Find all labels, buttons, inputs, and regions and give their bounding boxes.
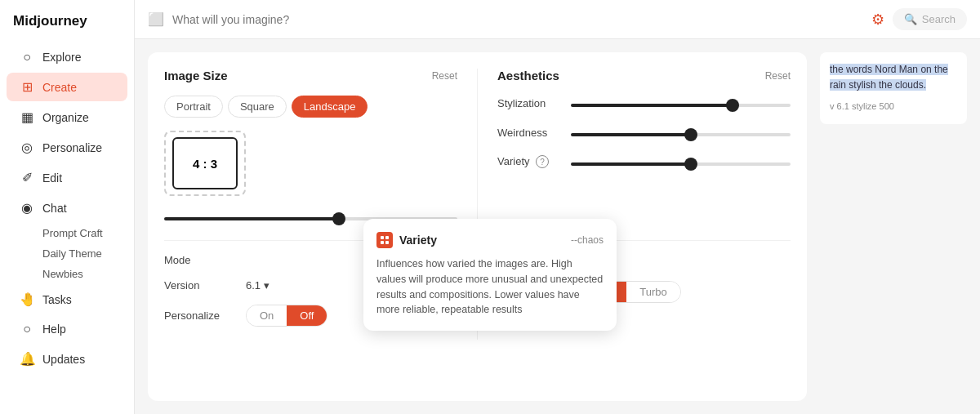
tooltip-chaos-label: --chaos	[571, 234, 604, 246]
image-size-header: Image Size Reset	[164, 69, 457, 82]
version-select[interactable]: 6.1 ▾	[246, 279, 270, 292]
aesthetics-reset[interactable]: Reset	[765, 70, 791, 82]
stylization-row: Stylization	[497, 96, 791, 110]
sidebar-item-edit[interactable]: ✐ Edit	[7, 163, 127, 192]
sidebar-item-create[interactable]: ⊞ Create	[7, 73, 127, 101]
image-size-title: Image Size	[164, 69, 228, 82]
filter-icon[interactable]: ⚙	[871, 11, 884, 29]
aesthetics-title: Aesthetics	[497, 69, 559, 82]
imagine-input[interactable]	[172, 13, 863, 26]
mode-label: Mode	[164, 254, 246, 266]
sidebar-item-label: Personalize	[42, 141, 102, 154]
sidebar-item-chat[interactable]: ◉ Chat	[7, 194, 127, 222]
sidebar-sub-daily-theme[interactable]: Daily Theme	[36, 243, 134, 264]
sidebar-item-label: Help	[42, 323, 66, 336]
aesthetics-header: Aesthetics Reset	[497, 69, 791, 82]
image-size-col: Image Size Reset Portrait Square Landsca…	[164, 69, 457, 224]
image-size-reset[interactable]: Reset	[432, 70, 457, 82]
search-label: Search	[922, 13, 956, 25]
portrait-button[interactable]: Portrait	[164, 96, 223, 118]
svg-rect-2	[385, 236, 389, 239]
variety-slider[interactable]	[571, 162, 791, 166]
speed-turbo-button[interactable]: Turbo	[626, 282, 679, 302]
topbar: ⬜ ⚙ 🔍 Search	[135, 0, 980, 39]
right-highlighted-text: the words Nord Man on the rain stylish t…	[830, 64, 948, 91]
personalize-toggle: On Off	[246, 305, 327, 327]
app-logo: Midjourney	[0, 13, 134, 42]
weirdness-slider[interactable]	[571, 133, 791, 136]
content-area: Image Size Reset Portrait Square Landsca…	[135, 39, 980, 414]
variety-label: Variety ?	[497, 155, 571, 169]
variety-row: Variety ?	[497, 154, 791, 169]
create-icon: ⊞	[20, 79, 34, 95]
version-chevron: ▾	[264, 279, 270, 292]
weirdness-row: Weirdness	[497, 125, 791, 140]
sidebar-item-label: Chat	[42, 202, 67, 215]
orientation-group: Portrait Square Landscape	[164, 96, 457, 118]
weirdness-label: Weirdness	[497, 127, 571, 139]
sidebar-item-updates[interactable]: 🔔 Updates	[7, 345, 127, 373]
tooltip-title: Variety	[399, 234, 437, 247]
variety-slider-wrap	[571, 154, 791, 169]
tasks-icon: 🤚	[20, 292, 34, 307]
sidebar-item-label: Updates	[42, 353, 85, 366]
chat-icon: ◉	[20, 200, 34, 216]
sidebar-item-explore[interactable]: ○ Explore	[7, 43, 127, 71]
ratio-value: 4 : 3	[193, 157, 217, 171]
sidebar: Midjourney ○ Explore ⊞ Create ▦ Organize…	[0, 0, 135, 414]
svg-rect-0	[381, 236, 384, 239]
sidebar-item-help[interactable]: ○ Help	[7, 315, 127, 343]
right-meta: v 6.1 stylize 500	[830, 100, 957, 114]
stylization-label: Stylization	[497, 97, 571, 109]
variety-icon-svg	[380, 235, 390, 245]
personalize-icon: ◎	[20, 140, 34, 155]
edit-icon: ✐	[20, 170, 34, 185]
right-panel: the words Nord Man on the rain stylish t…	[820, 52, 967, 401]
chat-subitems: Prompt Craft Daily Theme Newbies	[0, 223, 134, 284]
variety-help-icon[interactable]: ?	[536, 155, 549, 168]
ratio-area: 4 : 3	[164, 131, 457, 196]
tooltip-header: Variety --chaos	[376, 232, 604, 248]
personalize-on-button[interactable]: On	[247, 305, 287, 326]
sidebar-item-label: Explore	[42, 51, 81, 64]
version-label: Version	[164, 279, 246, 292]
square-button[interactable]: Square	[228, 96, 287, 118]
image-icon: ⬜	[148, 11, 164, 27]
explore-icon: ○	[20, 50, 34, 65]
sidebar-item-label: Tasks	[42, 293, 72, 306]
sidebar-item-label: Edit	[42, 171, 62, 185]
col-divider	[477, 69, 478, 224]
variety-tooltip: Variety --chaos Influences how varied th…	[363, 219, 617, 331]
search-bar[interactable]: 🔍 Search	[893, 8, 967, 30]
main-area: ⬜ ⚙ 🔍 Search Image Size Reset Portrait	[135, 0, 980, 414]
right-panel-content: the words Nord Man on the rain stylish t…	[820, 52, 967, 124]
tooltip-icon	[376, 232, 393, 248]
sidebar-item-organize[interactable]: ▦ Organize	[7, 103, 127, 131]
personalize-label: Personalize	[164, 309, 246, 322]
weirdness-slider-wrap	[571, 125, 791, 140]
version-value: 6.1	[246, 279, 261, 292]
stylization-slider[interactable]	[571, 104, 791, 107]
updates-icon: 🔔	[20, 351, 34, 367]
ratio-outer: 4 : 3	[164, 131, 246, 196]
organize-icon: ▦	[20, 109, 34, 125]
sidebar-item-tasks[interactable]: 🤚 Tasks	[7, 285, 127, 314]
landscape-button[interactable]: Landscape	[292, 96, 368, 118]
sidebar-item-personalize[interactable]: ◎ Personalize	[7, 133, 127, 162]
sidebar-sub-prompt-craft[interactable]: Prompt Craft	[36, 223, 134, 243]
aesthetics-col: Aesthetics Reset Stylization Weirdness	[497, 69, 791, 224]
sidebar-sub-newbies[interactable]: Newbies	[36, 264, 134, 284]
sidebar-item-label: Organize	[42, 111, 89, 124]
svg-rect-1	[385, 241, 389, 244]
sidebar-item-label: Create	[42, 81, 77, 94]
svg-rect-3	[381, 241, 384, 244]
personalize-off-button[interactable]: Off	[287, 305, 327, 326]
stylization-slider-wrap	[571, 96, 791, 110]
tooltip-body: Influences how varied the images are. Hi…	[376, 256, 604, 318]
search-icon: 🔍	[904, 13, 917, 25]
ratio-box: 4 : 3	[172, 137, 238, 189]
top-columns: Image Size Reset Portrait Square Landsca…	[164, 69, 791, 224]
tooltip-title-row: Variety	[376, 232, 437, 248]
help-icon: ○	[20, 322, 34, 336]
